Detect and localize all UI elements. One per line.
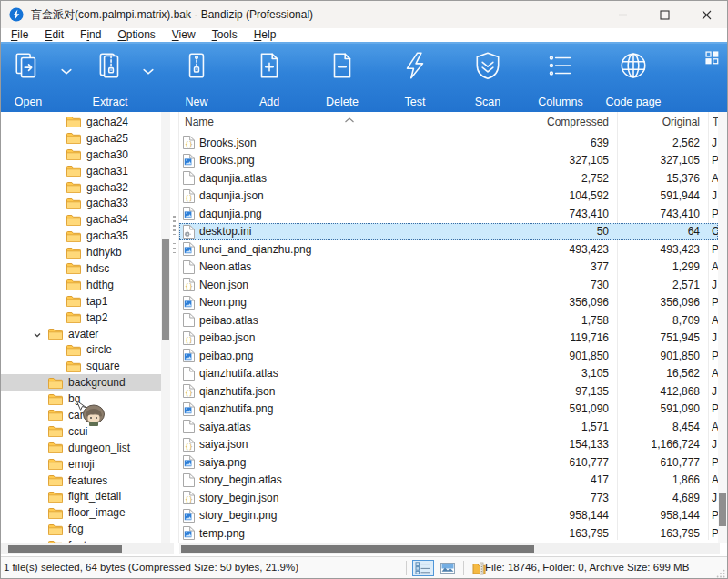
filelist-horizontal-scrollbar[interactable] [179, 543, 720, 554]
folder-icon [66, 279, 81, 290]
tree-item-emoji[interactable]: emoji [1, 456, 161, 472]
tree-item-gacha30[interactable]: gacha30 [1, 147, 161, 163]
compressed-size: 3,105 [521, 367, 617, 380]
menu-file[interactable]: File [3, 28, 36, 42]
file-type: J [708, 438, 718, 451]
file-row-qianzhutifa.atlas[interactable]: qianzhutifa.atlas3,10516,562A [179, 365, 718, 383]
file-row-story_begin.atlas[interactable]: story_begin.atlas4171,866A [179, 472, 718, 490]
tree-item-tap2[interactable]: tap2 [1, 310, 161, 326]
tree-item-fight_detail[interactable]: fight_detail [1, 488, 161, 504]
image-view-button[interactable] [437, 560, 459, 576]
tree-item-hdsc[interactable]: hdsc [1, 260, 161, 277]
tree-item-floor_image[interactable]: floor_image [1, 504, 161, 521]
tree-item-ccui[interactable]: ccui [1, 423, 161, 440]
tree-item-font[interactable]: font [1, 537, 161, 543]
original-size: 1,866 [617, 473, 708, 486]
toolbar-extract-dropdown-chevron-icon[interactable] [143, 66, 156, 75]
scan-icon [451, 50, 524, 86]
tree-item-gacha25[interactable]: gacha25 [1, 130, 161, 147]
filelist-hscroll-thumb[interactable] [181, 545, 534, 553]
filelist-vertical-scrollbar[interactable] [718, 112, 727, 543]
tree-item-avater[interactable]: avater [1, 326, 161, 342]
file-row-peibao.json[interactable]: {}peibao.json119,716751,945J [179, 330, 718, 348]
tree-item-gacha32[interactable]: gacha32 [1, 179, 161, 196]
expand-chevron-icon[interactable] [33, 330, 42, 339]
toolbar-extract-button[interactable]: Extract [74, 50, 147, 108]
toolbar-button-label: Open [0, 96, 65, 108]
tree-item-dungeon_list[interactable]: dungeon_list [1, 440, 161, 456]
toolbar-columns-button[interactable]: Columns [524, 50, 597, 108]
pane-splitter[interactable] [170, 112, 179, 543]
tree-item-features[interactable]: features [1, 472, 161, 489]
toolbar-delete-button[interactable]: Delete [306, 50, 379, 108]
svg-text:{}: {} [185, 140, 193, 148]
file-row-story_begin.png[interactable]: story_begin.png958,144958,144P [179, 507, 718, 525]
column-header-name[interactable]: Name [185, 116, 214, 128]
toolbar-test-button[interactable]: Test [379, 50, 451, 108]
file-row-Neon.atlas[interactable]: Neon.atlas3771,299A [179, 259, 718, 277]
tree-item-label: square [86, 360, 120, 372]
tree-item-tap1[interactable]: tap1 [1, 293, 161, 310]
column-header-original[interactable]: Original [526, 116, 700, 128]
menu-edit[interactable]: Edit [36, 28, 72, 42]
tree-item-label: tap2 [86, 311, 107, 324]
tree-item-square[interactable]: square [1, 358, 161, 374]
tree-item-bg[interactable]: bg [1, 391, 161, 407]
minimize-button[interactable] [602, 1, 643, 28]
toolbar-button-label: New [160, 96, 233, 108]
file-row-qianzhutifa.png[interactable]: qianzhutifa.png591,090591,090P [179, 401, 718, 419]
toolbar-add-button[interactable]: Add [233, 50, 306, 108]
file-row-daqunjia.atlas[interactable]: daqunjia.atlas2,75215,376A [179, 169, 718, 188]
tree-item-gacha31[interactable]: gacha31 [1, 163, 161, 179]
file-row-Brooks.json[interactable]: {}Brooks.json6392,562J [179, 134, 718, 152]
file-row-saiya.png[interactable]: saiya.png610,777610,777P [179, 453, 718, 472]
customize-toolbar-button[interactable] [705, 51, 720, 66]
menu-tools[interactable]: Tools [204, 28, 246, 42]
file-row-Neon.json[interactable]: {}Neon.json7302,571J [179, 276, 718, 294]
file-row-saiya.atlas[interactable]: saiya.atlas1,5718,454A [179, 418, 718, 436]
tree-item-hdthg[interactable]: hdthg [1, 277, 161, 293]
menu-view[interactable]: View [164, 28, 204, 42]
file-row-Neon.png[interactable]: Neon.png356,096356,096P [179, 294, 718, 312]
file-row-temp.png[interactable]: temp.png163,795163,795P [179, 524, 718, 543]
tree-item-gacha35[interactable]: gacha35 [1, 228, 161, 244]
resize-grip[interactable] [716, 568, 725, 577]
menu-find[interactable]: Find [72, 28, 109, 42]
sidebar-horizontal-scrollbar[interactable] [1, 543, 174, 554]
tree-item-gacha24[interactable]: gacha24 [1, 114, 161, 130]
folder-icon [66, 181, 81, 193]
details-view-button[interactable] [412, 560, 434, 576]
toolbar-new-button[interactable]: New [160, 50, 233, 108]
sidebar-hscroll-thumb[interactable] [8, 545, 122, 553]
tree-item-gacha33[interactable]: gacha33 [1, 195, 161, 211]
file-row-saiya.json[interactable]: {}saiya.json154,1331,166,724J [179, 436, 718, 454]
file-row-peibao.png[interactable]: peibao.png901,850901,850P [179, 347, 718, 365]
toolbar-open-button[interactable]: Open [0, 50, 65, 108]
tree-item-card[interactable]: card [1, 407, 161, 423]
tree-item-circle[interactable]: circle [1, 341, 161, 358]
toolbar-open-dropdown-chevron-icon[interactable] [61, 66, 74, 75]
tree-item-label: hdhykb [86, 246, 122, 259]
tree-item-gacha34[interactable]: gacha34 [1, 211, 161, 228]
tree-item-fog[interactable]: fog [1, 521, 161, 537]
menu-help[interactable]: Help [246, 28, 285, 42]
filelist-scrollbar-thumb[interactable] [719, 493, 726, 526]
file-row-daqunjia.png[interactable]: daqunjia.png743,410743,410P [179, 205, 718, 223]
close-button[interactable] [685, 1, 727, 28]
maximize-button[interactable] [643, 1, 685, 28]
file-row-lunci_and_qianzhu.png[interactable]: lunci_and_qianzhu.png493,423493,423P [179, 240, 718, 259]
toolbar-scan-button[interactable]: Scan [451, 50, 524, 108]
sidebar-vertical-scrollbar[interactable] [161, 112, 170, 543]
tree-item-background[interactable]: background [1, 374, 161, 391]
file-row-story_begin.json[interactable]: {}story_begin.json7734,689J [179, 489, 718, 507]
file-row-Brooks.png[interactable]: Brooks.png327,105327,105P [179, 152, 718, 170]
file-row-qianzhutifa.json[interactable]: {}qianzhutifa.json97,135412,868J [179, 382, 718, 401]
sidebar-scrollbar-thumb[interactable] [162, 239, 169, 340]
toolbar-code-page-button[interactable]: Code page [597, 50, 670, 108]
tree-item-hdhykb[interactable]: hdhykb [1, 244, 161, 260]
file-row-peibao.atlas[interactable]: peibao.atlas1,7588,709A [179, 311, 718, 330]
tree-item-label: card [68, 409, 89, 422]
file-row-desktop.ini[interactable]: desktop.ini5064C [179, 223, 718, 241]
menu-options[interactable]: Options [109, 28, 163, 42]
file-row-daqunjia.json[interactable]: {}daqunjia.json104,592591,944J [179, 188, 718, 206]
